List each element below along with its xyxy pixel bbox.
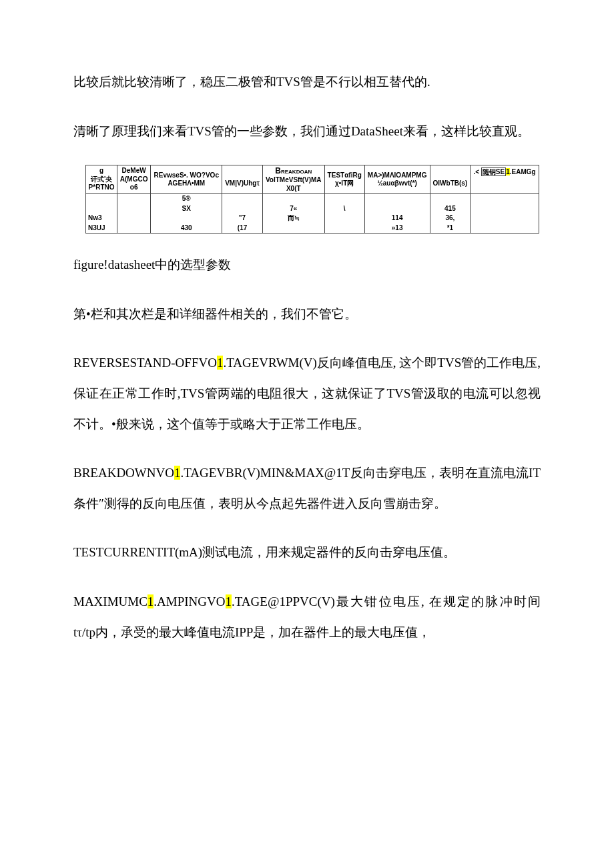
table-cell	[324, 194, 364, 204]
table-cell	[324, 213, 364, 224]
table-cell: 114	[364, 213, 430, 224]
table-cell: 415	[430, 204, 470, 214]
table-cell: "7	[222, 213, 262, 224]
table-cell	[117, 224, 151, 234]
table-cell	[86, 204, 117, 214]
th-max: MA>)MΛIOAMPMG ½auαβwvt(*)	[364, 165, 430, 194]
table-row: SX7«\415	[86, 204, 539, 214]
table-cell	[222, 194, 262, 204]
table-cell: N3UJ	[86, 224, 117, 234]
th-last-upper: .< 随钥SE1.EAMGg	[471, 165, 539, 180]
table-cell	[222, 204, 262, 214]
table-cell	[117, 213, 151, 224]
table-cell	[430, 194, 470, 204]
datasheet-table-wrap: g 讦式'央 P*RTNO DeMeW A(MGCO o6 REvwseS•. …	[73, 165, 541, 234]
table-row: 5®	[86, 194, 539, 204]
table-cell: (17	[222, 224, 262, 234]
th-revwse: REvwseS•. WO?VOc AGEHΛ•MM	[151, 165, 222, 194]
paragraph-3: 第•栏和其次栏是和详细器件相关的，我们不管它。	[73, 299, 541, 330]
th-demew: DeMeW A(MGCO o6	[117, 165, 151, 194]
table-cell: Nw3	[86, 213, 117, 224]
th-breakdown: Breakdoan VoITMeVSft(V)MA X0(T	[262, 165, 324, 194]
paragraph-5: BREAKDOWNVO1.TAGEVBR(V)MIN&MAX@1T反向击穿电压，…	[73, 458, 541, 518]
paragraph-7: MAXIMUMC1.AMPINGVO1.TAGE@1PPVC(V)最大钳位电压,…	[73, 586, 541, 647]
table-cell: 5®	[151, 194, 222, 204]
table-row: N3UJ430(17»13*1	[86, 224, 539, 234]
table-cell: *1	[430, 224, 470, 234]
table-cell	[117, 194, 151, 204]
table-caption: figure!datasheet中的选型参数	[73, 250, 541, 280]
table-cell	[471, 224, 539, 234]
document-page: 比较后就比较清晰了，稳压二极管和TVS管是不行以相互替代的. 清晰了原理我们来看…	[0, 0, 614, 706]
th-partno: g 讦式'央 P*RTNO	[86, 165, 117, 194]
th-vm: VM|V)Uhgτ	[222, 165, 262, 194]
table-cell: 36,	[430, 213, 470, 224]
table-cell	[151, 213, 222, 224]
paragraph-4: REVERSESTAND-OFFVO1.TAGEVRWM(V)反向峰值电压, 这…	[73, 348, 541, 439]
paragraph-6: TESTCURRENTIT(mA)测试电流，用来规定器件的反向击穿电压值。	[73, 537, 541, 568]
table-cell	[117, 204, 151, 214]
paragraph-2: 清晰了原理我们来看TVS管的一些参数，我们通过DataSheet来看，这样比较直…	[73, 116, 541, 147]
table-cell	[86, 194, 117, 204]
table-cell	[324, 224, 364, 234]
paragraph-1: 比较后就比较清晰了，稳压二极管和TVS管是不行以相互替代的.	[73, 67, 541, 97]
table-cell	[471, 213, 539, 224]
table-cell: »13	[364, 224, 430, 234]
table-cell	[364, 194, 430, 204]
table-cell	[262, 224, 324, 234]
table-row: Nw3"7而≒11436,	[86, 213, 539, 224]
table-cell: 430	[151, 224, 222, 234]
th-last-lower	[471, 179, 539, 194]
table-cell	[471, 194, 539, 204]
table-cell	[471, 204, 539, 214]
table-cell	[262, 194, 324, 204]
th-oiwb: OIWbTB(s)	[430, 165, 470, 194]
table-cell: SX	[151, 204, 222, 214]
datasheet-table: g 讦式'央 P*RTNO DeMeW A(MGCO o6 REvwseS•. …	[85, 165, 539, 234]
th-test: TESTαfiRg χ•IT网	[324, 165, 364, 194]
table-cell	[364, 204, 430, 214]
table-cell: \	[324, 204, 364, 214]
table-cell: 7«	[262, 204, 324, 214]
table-cell: 而≒	[262, 213, 324, 224]
